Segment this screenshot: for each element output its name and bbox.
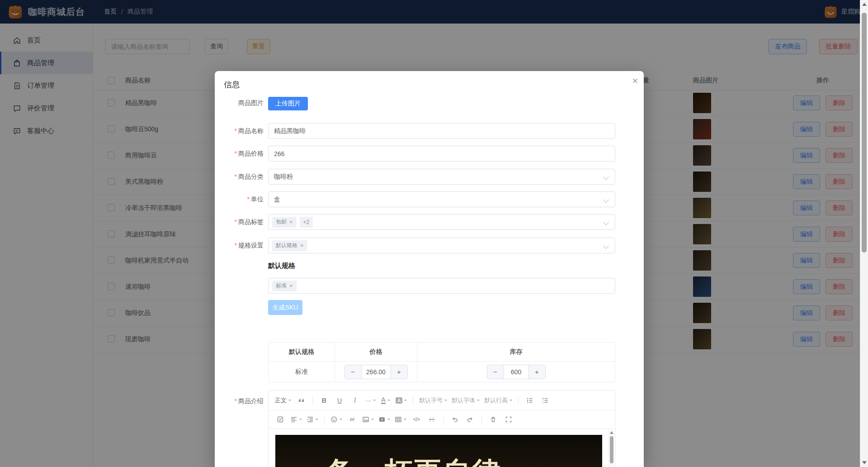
divider-icon[interactable] [425,414,439,425]
sku-spec-value: 标准 [269,362,335,382]
sku-table: 默认规格 价格 库存 标准 − 266.00 + − 600 [268,342,615,382]
spec-group-title: 默认规格 [268,262,295,270]
paragraph-style-select[interactable]: 正文 [273,395,293,406]
underline-icon[interactable]: U [332,395,347,406]
more-styles-icon[interactable]: ··· [363,395,377,406]
page-scrollbar[interactable] [860,0,868,467]
chevron-down-icon [603,174,609,180]
image-icon[interactable] [360,414,376,425]
video-icon[interactable] [377,414,392,425]
category-select[interactable]: 咖啡粉 [268,169,615,185]
chevron-down-icon [603,197,609,203]
tags-select[interactable]: 包邮× +2 [268,214,615,230]
close-icon[interactable]: × [629,75,642,87]
ordered-list-icon[interactable] [538,395,552,406]
product-info-dialog: 信息 × 商品图片 上传图片 *商品名称 *商品价格 *商品分类 咖啡粉 *单位 [215,71,644,467]
field-label-name: *商品名称 [215,123,264,139]
unit-value: 盒 [274,195,280,204]
tag-close-icon[interactable]: × [289,219,293,225]
field-label-intro: *商品介绍 [215,393,264,409]
editor-toolbar-row2: </> [269,410,615,429]
field-label-price: *商品价格 [215,146,264,162]
align-icon[interactable] [288,414,304,425]
italic-icon[interactable]: I [348,395,362,406]
spec-value-chip: 标准× [272,281,297,291]
sku-row: 标准 − 266.00 + − 600 + [269,362,615,382]
spec-select[interactable]: 默认规格× [268,238,615,253]
clear-format-icon[interactable] [486,414,500,425]
product-intro-image: 一条一杯更自律 [275,435,602,467]
font-family-select[interactable]: 默认字体 [450,395,481,406]
font-size-select[interactable]: 默认字号 [417,395,449,406]
plus-icon[interactable]: + [391,365,407,379]
tag-close-icon[interactable]: × [289,282,293,289]
price-value[interactable]: 266.00 [362,365,391,379]
required-asterisk: * [235,127,237,134]
generate-sku-button[interactable]: 生成SKU [268,300,302,315]
rich-text-editor: 正文 B U I ··· A A 默认字号 默认字体 默认行高 [268,390,615,467]
table-icon[interactable] [393,414,408,425]
intro-image-text: 一条一杯更自律 [296,453,502,467]
price-stepper: − 266.00 + [344,365,408,379]
sku-col-stock: 库存 [417,343,615,362]
minus-icon[interactable]: − [487,365,504,379]
chevron-down-icon [603,219,609,225]
todo-list-icon[interactable] [273,414,288,425]
product-name-input[interactable] [268,123,615,139]
field-label-spec: *规格设置 [215,238,264,253]
editor-content[interactable]: 一条一杯更自律 [269,429,615,467]
field-label-unit: *单位 [215,191,264,207]
bold-icon[interactable]: B [317,395,331,406]
unit-select[interactable]: 盒 [268,191,615,207]
bullet-list-icon[interactable] [523,395,537,406]
sku-col-price: 价格 [335,343,417,362]
spec-values-input[interactable]: 标准× [268,278,615,294]
stock-value[interactable]: 600 [504,365,528,379]
editor-toolbar-row1: 正文 B U I ··· A A 默认字号 默认字体 默认行高 [269,391,615,410]
emoji-icon[interactable] [329,414,344,425]
link-icon[interactable] [345,414,359,425]
spec-chip: 默认规格× [272,240,307,251]
scroll-up-icon[interactable] [610,431,613,434]
font-color-icon[interactable]: A [378,395,393,406]
line-height-select[interactable]: 默认行高 [482,395,514,406]
tags-more-chip[interactable]: +2 [300,217,313,228]
category-value: 咖啡粉 [274,173,293,181]
product-price-input[interactable] [268,146,615,162]
sku-col-spec: 默认规格 [269,343,335,362]
tag-chip: 包邮× [272,217,297,228]
plus-icon[interactable]: + [528,365,545,379]
scroll-up-icon[interactable] [862,3,867,6]
indent-icon[interactable] [305,414,320,425]
scrollbar-thumb[interactable] [610,436,613,463]
stock-stepper: − 600 + [487,365,546,379]
scroll-down-icon[interactable] [862,461,867,464]
chevron-down-icon [603,243,609,249]
field-label-category: *商品分类 [215,169,264,185]
field-label-tags: *商品标签 [215,214,264,230]
redo-icon[interactable] [463,414,477,425]
field-label-image: 商品图片 [215,96,264,110]
dialog-title: 信息 [224,79,240,90]
minus-icon[interactable]: − [345,365,362,379]
app-root: 咖啡商城后台 首页 / 商品管理 星熠购 首页 商品管理 [0,0,868,467]
editor-scrollbar[interactable] [609,430,614,467]
bg-color-icon[interactable]: A [394,395,409,406]
tag-close-icon[interactable]: × [300,242,304,249]
blockquote-icon[interactable] [294,395,308,406]
fullscreen-icon[interactable] [501,414,516,425]
upload-image-button[interactable]: 上传图片 [268,97,308,110]
scrollbar-thumb[interactable] [862,13,867,253]
code-icon[interactable]: </> [409,414,424,425]
undo-icon[interactable] [448,414,462,425]
